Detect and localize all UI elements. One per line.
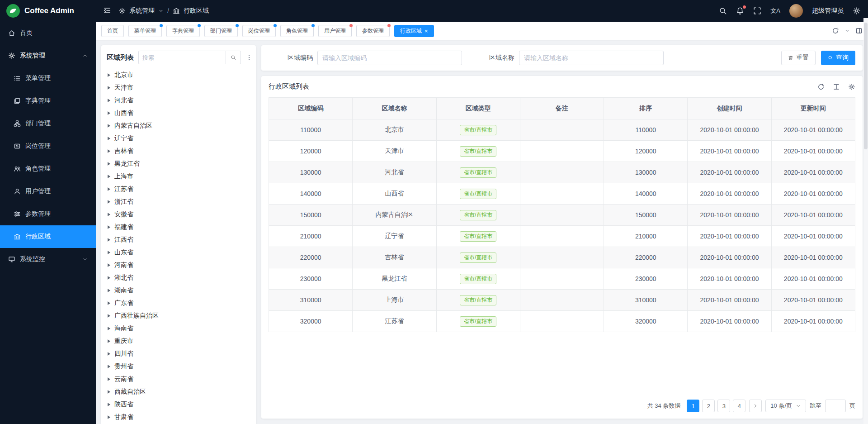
- expand-caret-icon[interactable]: [108, 415, 110, 419]
- sidebar-item-department-management[interactable]: 部门管理: [0, 112, 96, 135]
- expand-caret-icon[interactable]: [108, 276, 110, 280]
- sidebar-item-role-management[interactable]: 角色管理: [0, 157, 96, 180]
- tree-more-button[interactable]: [245, 54, 253, 61]
- tree-item[interactable]: 广西壮族自治区: [101, 310, 256, 322]
- breadcrumb-parent[interactable]: 系统管理: [129, 7, 155, 15]
- expand-caret-icon[interactable]: [108, 263, 110, 267]
- table-row[interactable]: 210000 辽宁省 省市/直辖市 210000 2020-10-01 00:0…: [269, 226, 855, 247]
- tab[interactable]: 参数管理: [356, 25, 390, 37]
- sidebar-item-home[interactable]: 首页: [0, 22, 96, 44]
- next-page-button[interactable]: [749, 400, 762, 412]
- table-settings-button[interactable]: [848, 83, 855, 91]
- tree-item[interactable]: 重庆市: [101, 335, 256, 348]
- tree-item[interactable]: 内蒙古自治区: [101, 119, 256, 132]
- notifications-button[interactable]: [736, 7, 744, 15]
- toggle-panel-button[interactable]: [855, 27, 863, 34]
- user-avatar[interactable]: [789, 4, 803, 18]
- sidebar-item-system[interactable]: 系统管理: [0, 44, 96, 67]
- reset-button[interactable]: 重置: [781, 51, 816, 65]
- expand-caret-icon[interactable]: [108, 251, 110, 254]
- jump-page-input[interactable]: [825, 400, 846, 412]
- region-code-input[interactable]: [317, 51, 462, 65]
- expand-caret-icon[interactable]: [108, 289, 110, 292]
- tree-item[interactable]: 江西省: [101, 233, 256, 246]
- tab[interactable]: 行政区域 ×: [394, 25, 434, 37]
- expand-caret-icon[interactable]: [108, 225, 110, 229]
- page-size-select[interactable]: 10 条/页: [765, 400, 806, 412]
- sidebar-item-monitor[interactable]: 系统监控: [0, 248, 96, 271]
- expand-caret-icon[interactable]: [108, 314, 110, 318]
- tree-item[interactable]: 河南省: [101, 259, 256, 272]
- expand-caret-icon[interactable]: [108, 200, 110, 204]
- tree-item[interactable]: 山西省: [101, 107, 256, 119]
- tree-search-button[interactable]: [226, 51, 241, 64]
- table-row[interactable]: 150000 内蒙古自治区 省市/直辖市 150000 2020-10-01 0…: [269, 205, 855, 226]
- tree-item[interactable]: 福建省: [101, 221, 256, 233]
- expand-caret-icon[interactable]: [108, 86, 110, 90]
- expand-caret-icon[interactable]: [108, 124, 110, 128]
- tree-item[interactable]: 江苏省: [101, 183, 256, 195]
- table-row[interactable]: 320000 江苏省 省市/直辖市 320000 2020-10-01 00:0…: [269, 311, 855, 332]
- tab-options-button[interactable]: [844, 28, 850, 33]
- expand-caret-icon[interactable]: [108, 377, 110, 381]
- expand-caret-icon[interactable]: [108, 352, 110, 356]
- table-row[interactable]: 310000 上海市 省市/直辖市 310000 2020-10-01 00:0…: [269, 290, 855, 311]
- table-row[interactable]: 120000 天津市 省市/直辖市 120000 2020-10-01 00:0…: [269, 141, 855, 162]
- expand-caret-icon[interactable]: [108, 99, 110, 102]
- tree-search-input[interactable]: [138, 51, 226, 64]
- page-button[interactable]: 4: [733, 400, 745, 412]
- tree-item[interactable]: 湖南省: [101, 284, 256, 297]
- sidebar-item-user-management[interactable]: 用户管理: [0, 180, 96, 203]
- tree-item[interactable]: 贵州省: [101, 360, 256, 373]
- tree-item[interactable]: 安徽省: [101, 208, 256, 221]
- sidebar-item-dictionary-management[interactable]: 字典管理: [0, 90, 96, 112]
- expand-caret-icon[interactable]: [108, 187, 110, 191]
- page-button[interactable]: 2: [702, 400, 715, 412]
- tab[interactable]: 角色管理: [280, 25, 314, 37]
- refresh-tabs-button[interactable]: [832, 27, 839, 34]
- tab[interactable]: 首页: [101, 25, 124, 37]
- page-button[interactable]: 1: [687, 400, 699, 412]
- table-row[interactable]: 230000 黑龙江省 省市/直辖市 230000 2020-10-01 00:…: [269, 268, 855, 290]
- table-row[interactable]: 140000 山西省 省市/直辖市 140000 2020-10-01 00:0…: [269, 183, 855, 205]
- table-density-button[interactable]: [833, 83, 840, 91]
- expand-caret-icon[interactable]: [108, 213, 110, 216]
- search-button[interactable]: [719, 7, 727, 15]
- table-refresh-button[interactable]: [817, 83, 825, 91]
- scrollbar-thumb[interactable]: [864, 23, 868, 149]
- table-row[interactable]: 220000 吉林省 省市/直辖市 220000 2020-10-01 00:0…: [269, 247, 855, 268]
- expand-caret-icon[interactable]: [108, 365, 110, 368]
- tree-item[interactable]: 黑龙江省: [101, 157, 256, 170]
- expand-caret-icon[interactable]: [108, 403, 110, 406]
- expand-caret-icon[interactable]: [108, 175, 110, 178]
- tree-item[interactable]: 天津市: [101, 81, 256, 94]
- expand-caret-icon[interactable]: [108, 111, 110, 115]
- expand-caret-icon[interactable]: [108, 301, 110, 305]
- expand-caret-icon[interactable]: [108, 149, 110, 153]
- expand-caret-icon[interactable]: [108, 339, 110, 343]
- tree-item[interactable]: 湖北省: [101, 272, 256, 284]
- tree-item[interactable]: 陕西省: [101, 398, 256, 411]
- tree-item[interactable]: 广东省: [101, 297, 256, 310]
- tree-item[interactable]: 海南省: [101, 322, 256, 335]
- window-scrollbar[interactable]: [863, 18, 868, 424]
- expand-caret-icon[interactable]: [108, 73, 110, 77]
- collapse-sidebar-button[interactable]: [103, 6, 111, 16]
- language-switch-button[interactable]: 文A: [770, 7, 780, 15]
- tree-item[interactable]: 浙江省: [101, 195, 256, 208]
- tree-item[interactable]: 云南省: [101, 373, 256, 386]
- region-name-input[interactable]: [519, 51, 664, 65]
- tree-item[interactable]: 上海市: [101, 170, 256, 183]
- page-button[interactable]: 3: [717, 400, 730, 412]
- tree-item[interactable]: 西藏自治区: [101, 386, 256, 398]
- tree-item[interactable]: 吉林省: [101, 145, 256, 157]
- fullscreen-button[interactable]: [753, 7, 761, 15]
- tree-item[interactable]: 辽宁省: [101, 132, 256, 145]
- sidebar-item-menu-management[interactable]: 菜单管理: [0, 67, 96, 90]
- sidebar-item-post-management[interactable]: 岗位管理: [0, 135, 96, 157]
- tab[interactable]: 部门管理: [204, 25, 238, 37]
- tree-item[interactable]: 山东省: [101, 246, 256, 259]
- expand-caret-icon[interactable]: [108, 162, 110, 166]
- tree-item[interactable]: 甘肃省: [101, 411, 256, 424]
- sidebar-item-region-management[interactable]: 行政区域: [0, 225, 96, 248]
